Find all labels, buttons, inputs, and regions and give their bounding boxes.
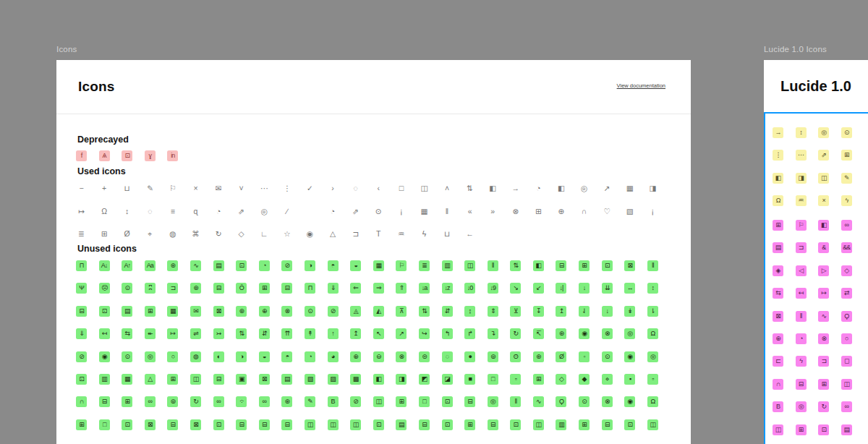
unused-icon[interactable]: ⊗ <box>396 351 407 362</box>
more-vertical-icon[interactable]: ⋮ <box>281 183 292 194</box>
unused-icon[interactable]: ⊞ <box>76 419 87 430</box>
unused-icon[interactable]: Ŏ <box>236 283 247 294</box>
unused-icon[interactable]: ⇓ <box>76 328 87 339</box>
unused-icon[interactable]: ↔ <box>624 283 635 294</box>
linkedin-icon[interactable]: in <box>167 150 178 161</box>
instagram-icon[interactable]: ⊡ <box>122 150 132 161</box>
loader-icon[interactable]: ◌ <box>145 206 156 217</box>
unused-icon[interactable]: Ω <box>647 328 658 339</box>
unused-icon[interactable]: ◎ <box>145 351 156 362</box>
unused-icon[interactable]: ⊜ <box>419 351 430 362</box>
unused-icon[interactable]: ⊠ <box>190 419 201 430</box>
unused-icon[interactable]: ▩ <box>350 374 361 385</box>
unused-icon[interactable]: ⇂ <box>647 306 658 317</box>
unused-icon[interactable]: ↓z <box>442 283 453 294</box>
unused-icon[interactable]: ⊟ <box>213 283 224 294</box>
unused-icon[interactable]: ◫ <box>350 419 361 430</box>
unused-icon[interactable]: ◇ <box>556 374 566 385</box>
unused-icon[interactable]: Ψ <box>76 283 87 294</box>
unused-icon[interactable]: ⊖ <box>373 351 384 362</box>
shield-check-icon[interactable]: ◇ <box>236 229 247 239</box>
eye-icon[interactable]: ◉ <box>305 229 315 239</box>
unused-icon[interactable]: ⊛ <box>533 351 544 362</box>
bookmark-icon[interactable]: ⚐ <box>167 183 178 194</box>
unused-icon[interactable]: ↓| <box>556 283 566 294</box>
new-icon[interactable]: ⊏ <box>773 356 783 367</box>
unused-icon[interactable]: ▤ <box>122 306 132 317</box>
unused-icon[interactable]: ∿ <box>190 260 201 271</box>
log-out-icon[interactable]: ↦ <box>76 206 87 217</box>
circle-check-icon[interactable]: ◎ <box>259 206 270 217</box>
unused-icon[interactable]: ⊛ <box>190 283 201 294</box>
circle-check-icon[interactable]: ◎ <box>579 183 590 194</box>
unused-icon[interactable]: ◉ <box>624 396 635 407</box>
leaf-icon[interactable]: Ø <box>122 229 132 239</box>
unused-icon[interactable]: ⇐ <box>350 283 361 294</box>
unused-icon[interactable]: ⇑ <box>396 283 407 294</box>
unused-icon[interactable]: ◉ <box>624 351 635 362</box>
unused-icon[interactable]: Aa <box>145 260 156 271</box>
grid-icon[interactable]: ⊞ <box>841 150 852 161</box>
unused-icon[interactable]: ◫ <box>647 419 658 430</box>
unused-icon[interactable]: ⊟ <box>602 419 613 430</box>
unused-icon[interactable]: ⊡ <box>122 419 132 430</box>
unused-icon[interactable]: ◔ <box>259 260 270 271</box>
unused-icon[interactable]: ◫ <box>373 396 384 407</box>
unused-icon[interactable]: ▪ <box>624 374 635 385</box>
unused-icon[interactable]: ◔ <box>305 351 315 362</box>
unused-icon[interactable]: ⇵ <box>259 328 270 339</box>
unused-icon[interactable]: ⊓ <box>305 283 315 294</box>
unused-icon[interactable]: ⊠ <box>145 419 156 430</box>
new-icon[interactable]: ⊐ <box>818 356 829 367</box>
unused-icon[interactable]: ◎ <box>647 351 658 362</box>
unused-icon[interactable]: ‖ <box>488 260 498 271</box>
unused-icon[interactable]: ⊞ <box>533 374 544 385</box>
unused-icon[interactable]: ◫ <box>464 260 475 271</box>
unused-icon[interactable]: ◧ <box>373 374 384 385</box>
image-icon[interactable]: ▧ <box>624 206 635 217</box>
frame-label-lucide[interactable]: Lucide 1.0 Icons <box>764 45 827 54</box>
plus-icon[interactable]: + <box>99 183 110 194</box>
unused-icon[interactable]: ⇵ <box>442 306 453 317</box>
more-horizontal-icon[interactable]: ⋯ <box>796 150 807 161</box>
unused-icon[interactable]: ◨ <box>396 374 407 385</box>
unused-icon[interactable]: ⊙ <box>579 396 590 407</box>
unused-icon[interactable]: ☹ <box>99 283 110 294</box>
unused-icon[interactable]: ✎ <box>305 396 315 407</box>
new-icon[interactable]: ◻ <box>841 356 852 367</box>
new-icon[interactable]: ⊗ <box>818 333 829 344</box>
unused-icon[interactable]: ≣ <box>419 260 430 271</box>
new-icon[interactable]: ↤ <box>796 288 807 299</box>
globe-icon[interactable]: ⊕ <box>556 206 566 217</box>
clock-icon[interactable]: ◔ <box>328 206 339 217</box>
unused-icon[interactable]: ⊛ <box>167 260 178 271</box>
mail-icon[interactable]: ✉ <box>213 183 224 194</box>
unused-icon[interactable]: □ <box>99 419 110 430</box>
new-icon[interactable]: ∞ <box>841 401 852 412</box>
unused-icon[interactable]: ↕ <box>647 283 658 294</box>
unused-icon[interactable]: ⊞ <box>167 374 178 385</box>
unused-icon[interactable]: ⇈ <box>281 328 292 339</box>
unused-icon[interactable]: ⊞ <box>145 306 156 317</box>
unused-icon[interactable]: ◒ <box>259 351 270 362</box>
calendar-icon[interactable]: ▦ <box>624 183 635 194</box>
unused-icon[interactable]: ⊟ <box>488 419 498 430</box>
new-icon[interactable]: ⊐ <box>796 242 807 253</box>
unused-icon[interactable]: ⊙ <box>122 351 132 362</box>
unused-icon[interactable]: ⇆ <box>122 328 132 339</box>
zap-icon[interactable]: ϟ <box>419 229 430 239</box>
unused-icon[interactable]: ● <box>464 351 475 362</box>
new-icon[interactable]: ϟ <box>796 356 807 367</box>
new-icon[interactable]: && <box>841 242 852 253</box>
unused-icon[interactable]: ↟ <box>305 328 315 339</box>
unused-icon[interactable]: ↨ <box>464 306 475 317</box>
unused-icon[interactable]: ↥ <box>556 306 566 317</box>
unused-icon[interactable]: ⊞ <box>396 396 407 407</box>
unused-icon[interactable]: ⊡ <box>510 419 521 430</box>
unused-icon[interactable]: ↓9 <box>488 283 498 294</box>
unused-icon[interactable]: ◫ <box>305 419 315 430</box>
unused-icon[interactable]: ⊡ <box>442 396 453 407</box>
unused-icon[interactable]: ◩ <box>419 374 430 385</box>
unused-icon[interactable]: ↓ <box>602 306 613 317</box>
unused-icon[interactable]: ◌ <box>442 351 453 362</box>
